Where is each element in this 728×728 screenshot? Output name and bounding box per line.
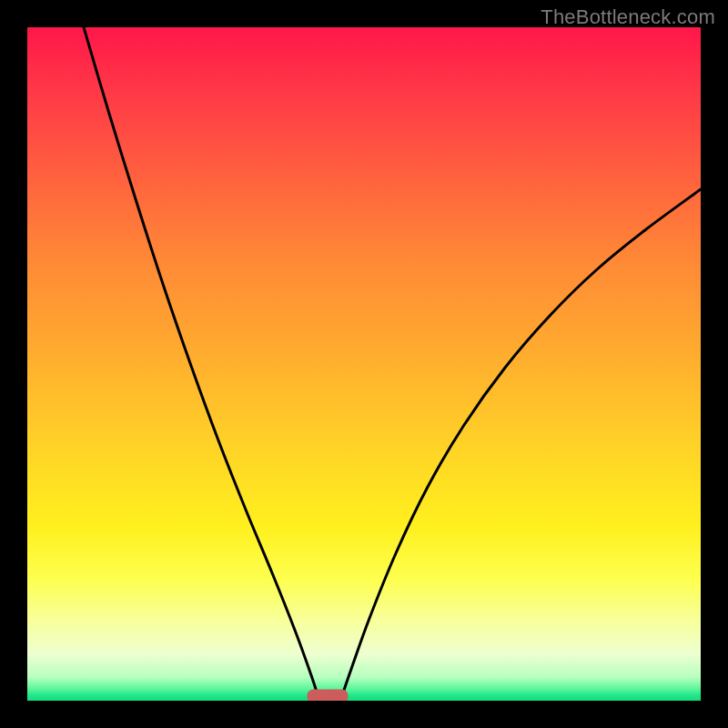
minimum-marker — [308, 690, 349, 702]
plot-area — [27, 27, 701, 701]
right-branch-curve — [341, 189, 701, 698]
watermark-text: TheBottleneck.com — [541, 5, 715, 29]
curve-layer — [27, 27, 701, 701]
chart-frame: TheBottleneck.com — [0, 0, 728, 728]
left-branch-curve — [84, 27, 318, 698]
